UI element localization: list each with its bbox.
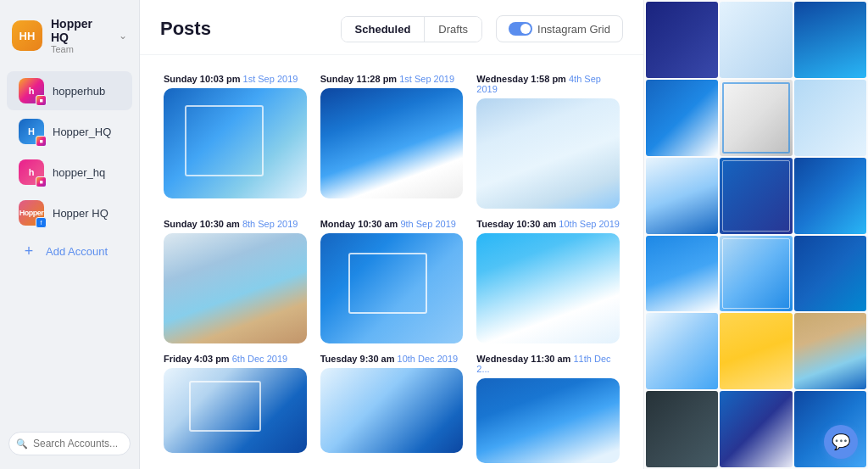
accounts-list: h ■ hopperhub H ■ Hopper_HQ h ■ hopper_h…: [0, 66, 139, 425]
post-meta: Sunday 10:03 pm 1st Sep 2019: [164, 74, 307, 84]
post-image[interactable]: [320, 233, 464, 343]
sidebar-item-hopperhub[interactable]: h ■ hopperhub: [7, 71, 132, 110]
avatar-hopper-hq-fb: Hopper f: [19, 200, 44, 226]
tab-drafts[interactable]: Drafts: [425, 17, 481, 42]
post-meta: Wednesday 1:58 pm 4th Sep 2019: [476, 74, 620, 94]
grid-thumb[interactable]: [794, 313, 866, 389]
post-meta: Sunday 11:28 pm 1st Sep 2019: [320, 74, 464, 84]
instagram-grid-label: Instagram Grid: [537, 23, 610, 36]
post-image[interactable]: [164, 368, 307, 453]
list-item: Sunday 10:03 pm 1st Sep 2019: [157, 69, 314, 214]
search-accounts-field[interactable]: 🔍: [8, 432, 131, 455]
avatar-hopper-hq: H ■: [19, 119, 44, 144]
sidebar: HH Hopper HQ Team ⌄ h ■ hopperhub H ■ Ho…: [0, 0, 140, 469]
page-title: Posts: [160, 18, 327, 40]
grid-thumb[interactable]: [646, 236, 718, 312]
posts-grid: Sunday 10:03 pm 1st Sep 2019 Sunday 11:2…: [140, 55, 643, 469]
team-name: Hopper HQ: [51, 17, 110, 44]
sidebar-item-hopper-hq[interactable]: H ■ Hopper_HQ: [7, 112, 132, 151]
account-name-hopper-hq: Hopper_HQ: [53, 126, 111, 138]
account-name-hopper-hq-fb: Hopper HQ: [53, 207, 108, 220]
instagram-badge-icon: ■: [36, 95, 47, 106]
chevron-down-icon: ⌄: [119, 30, 127, 42]
facebook-badge-icon: f: [36, 217, 47, 228]
avatar-hopperhub: h ■: [19, 78, 44, 103]
instagram-grid-toggle[interactable]: Instagram Grid: [496, 15, 623, 42]
post-image[interactable]: [476, 233, 620, 343]
post-image[interactable]: [320, 88, 464, 198]
post-meta: Sunday 10:30 am 8th Sep 2019: [164, 219, 307, 229]
tab-scheduled[interactable]: Scheduled: [342, 17, 426, 42]
grid-thumb[interactable]: [646, 391, 718, 467]
plus-icon: +: [19, 241, 39, 261]
post-meta: Friday 4:03 pm 6th Dec 2019: [164, 354, 307, 364]
grid-thumb[interactable]: [720, 2, 792, 78]
team-subtitle: Team: [51, 44, 110, 54]
instagram-badge-icon: ■: [36, 136, 47, 147]
main-content: Posts Scheduled Drafts Instagram Grid Su…: [140, 0, 643, 469]
post-meta: Tuesday 9:30 am 10th Dec 2019: [320, 354, 464, 364]
chat-button[interactable]: 💬: [824, 425, 858, 459]
list-item: Sunday 11:28 pm 1st Sep 2019: [314, 69, 470, 214]
grid-thumb[interactable]: [720, 313, 792, 389]
post-image[interactable]: [476, 378, 620, 463]
team-switcher[interactable]: HH Hopper HQ Team ⌄: [0, 10, 139, 66]
posts-tab-group: Scheduled Drafts: [341, 16, 482, 42]
posts-header: Posts Scheduled Drafts Instagram Grid: [140, 0, 643, 55]
grid-thumb[interactable]: [794, 158, 866, 234]
post-image[interactable]: [164, 88, 307, 198]
list-item: Sunday 10:30 am 8th Sep 2019: [157, 214, 314, 349]
toggle-icon: [509, 22, 532, 36]
list-item: Wednesday 11:30 am 11th Dec 2...: [470, 349, 626, 468]
grid-thumb[interactable]: [720, 158, 792, 234]
post-meta: Tuesday 10:30 am 10th Sep 2019: [476, 219, 620, 229]
grid-thumb[interactable]: [720, 391, 792, 467]
instagram-grid-panel: 💬: [643, 0, 868, 469]
grid-thumb[interactable]: [646, 313, 718, 389]
post-meta: Wednesday 11:30 am 11th Dec 2...: [476, 354, 620, 374]
team-logo: HH: [12, 20, 42, 51]
add-account-button[interactable]: + Add Account: [7, 234, 132, 268]
grid-thumb[interactable]: [794, 2, 866, 78]
avatar-hopper-hq-lower: h ■: [19, 159, 44, 185]
grid-thumb[interactable]: [794, 80, 866, 156]
grid-thumb[interactable]: [720, 80, 792, 156]
list-item: Monday 10:30 am 9th Sep 2019: [314, 214, 470, 349]
post-meta: Monday 10:30 am 9th Sep 2019: [320, 219, 464, 229]
post-image[interactable]: [476, 98, 620, 209]
account-name-hopperhub: hopperhub: [53, 85, 105, 98]
grid-thumb[interactable]: [720, 236, 792, 312]
add-account-label: Add Account: [46, 245, 108, 258]
grid-thumb[interactable]: [794, 236, 866, 312]
grid-thumb[interactable]: [646, 158, 718, 234]
instagram-badge-icon: ■: [36, 176, 47, 187]
post-image[interactable]: [164, 233, 307, 343]
sidebar-item-hopper-hq-lower[interactable]: h ■ hopper_hq: [7, 153, 132, 192]
list-item: Friday 4:03 pm 6th Dec 2019: [157, 349, 314, 468]
account-name-hopper-hq-lower: hopper_hq: [53, 166, 105, 179]
team-info: Hopper HQ Team: [51, 17, 110, 54]
grid-thumb[interactable]: [646, 2, 718, 78]
post-image[interactable]: [320, 368, 464, 453]
grid-thumb[interactable]: [646, 80, 718, 156]
list-item: Tuesday 10:30 am 10th Sep 2019: [470, 214, 626, 349]
sidebar-item-hopper-hq-fb[interactable]: Hopper f Hopper HQ: [7, 193, 132, 232]
list-item: Tuesday 9:30 am 10th Dec 2019: [314, 349, 470, 468]
list-item: Wednesday 1:58 pm 4th Sep 2019: [470, 69, 626, 214]
search-icon: 🔍: [16, 438, 28, 449]
